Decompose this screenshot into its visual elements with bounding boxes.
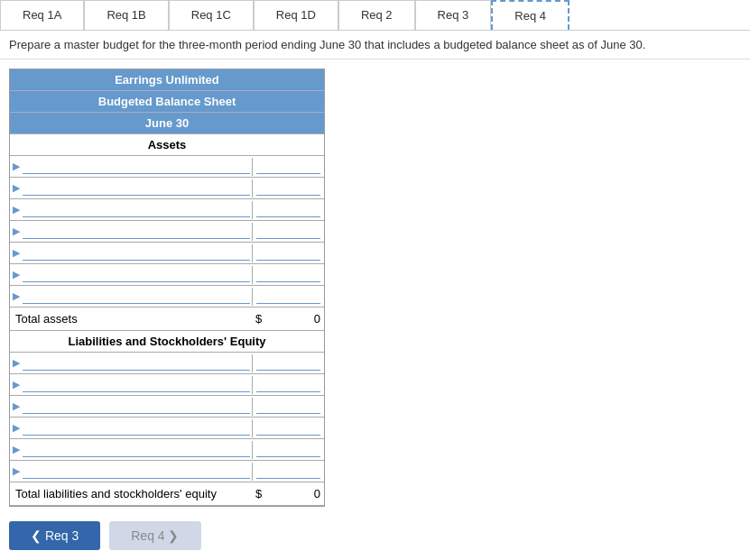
asset-label-input-3[interactable] — [23, 203, 250, 217]
asset-row-7: ▶ — [10, 286, 324, 308]
total-liabilities-amount: 0 — [264, 487, 320, 500]
asset-label-6[interactable] — [23, 265, 252, 285]
total-assets-row: Total assets $ 0 — [10, 308, 324, 331]
asset-label-input-5[interactable] — [23, 246, 250, 261]
liab-label-input-3[interactable] — [23, 399, 250, 414]
total-assets-value: $ 0 — [252, 310, 324, 327]
asset-row-1: ▶ — [10, 156, 324, 178]
liab-arrow-2: ▶ — [10, 379, 23, 390]
liab-label-input-4[interactable] — [23, 421, 250, 436]
liab-arrow-4: ▶ — [10, 422, 23, 434]
arrow-icon-6: ▶ — [10, 269, 23, 280]
asset-value-6[interactable] — [252, 266, 324, 284]
asset-value-2[interactable] — [252, 179, 324, 197]
asset-label-input-2[interactable] — [23, 181, 250, 196]
prev-button[interactable]: ❮ Req 3 — [9, 521, 100, 550]
arrow-icon-7: ▶ — [10, 290, 23, 302]
total-liabilities-label: Total liabilities and stockholders' equi… — [10, 484, 252, 503]
liab-label-2[interactable] — [23, 375, 252, 395]
asset-value-input-5[interactable] — [256, 246, 320, 261]
liab-value-1[interactable] — [252, 354, 324, 372]
asset-value-4[interactable] — [252, 223, 324, 241]
arrow-icon-2: ▶ — [10, 182, 23, 194]
liab-value-2[interactable] — [252, 376, 324, 394]
arrow-icon-3: ▶ — [10, 204, 23, 216]
arrow-icon-4: ▶ — [10, 225, 23, 237]
liab-value-input-6[interactable] — [256, 464, 320, 479]
asset-value-7[interactable] — [252, 288, 324, 306]
asset-label-5[interactable] — [23, 243, 252, 263]
asset-label-input-4[interactable] — [23, 225, 250, 239]
asset-label-7[interactable] — [23, 287, 252, 307]
liab-row-5: ▶ — [10, 439, 324, 461]
liab-value-3[interactable] — [252, 398, 324, 416]
asset-value-3[interactable] — [252, 201, 324, 219]
liab-value-input-1[interactable] — [256, 356, 320, 371]
liabilities-section-title: Liabilities and Stockholders' Equity — [10, 331, 324, 353]
total-liabilities-dollar: $ — [255, 487, 262, 500]
asset-label-input-6[interactable] — [23, 268, 250, 282]
liab-label-5[interactable] — [23, 440, 252, 460]
total-liabilities-value: $ 0 — [252, 485, 324, 502]
arrow-icon-5: ▶ — [10, 247, 23, 259]
tab-req1b[interactable]: Req 1B — [84, 0, 168, 30]
balance-sheet: Earrings Unlimited Budgeted Balance Shee… — [9, 69, 325, 507]
asset-label-4[interactable] — [23, 222, 252, 242]
nav-buttons: ❮ Req 3 Req 4 ❯ — [9, 521, 741, 550]
liab-value-input-2[interactable] — [256, 378, 320, 392]
asset-value-input-7[interactable] — [256, 289, 320, 304]
tab-req1d[interactable]: Req 1D — [254, 0, 338, 30]
asset-row-6: ▶ — [10, 264, 324, 286]
asset-value-input-1[interactable] — [256, 160, 320, 174]
asset-value-input-2[interactable] — [256, 181, 320, 196]
asset-value-input-6[interactable] — [256, 268, 320, 282]
asset-label-1[interactable] — [23, 157, 252, 177]
liab-label-input-5[interactable] — [23, 443, 250, 457]
instruction-text: Prepare a master budget for the three-mo… — [0, 31, 750, 60]
asset-value-input-3[interactable] — [256, 203, 320, 217]
liab-value-5[interactable] — [252, 441, 324, 459]
liab-row-1: ▶ — [10, 353, 324, 374]
asset-value-1[interactable] — [252, 158, 324, 176]
tabs-container: Req 1A Req 1B Req 1C Req 1D Req 2 Req 3 … — [0, 0, 750, 31]
asset-value-input-4[interactable] — [256, 225, 320, 239]
arrow-icon-1: ▶ — [10, 161, 23, 172]
liab-label-4[interactable] — [23, 418, 252, 438]
asset-value-5[interactable] — [252, 244, 324, 262]
next-button[interactable]: Req 4 ❯ — [109, 521, 200, 550]
asset-label-input-1[interactable] — [23, 160, 250, 174]
liab-label-input-6[interactable] — [23, 464, 250, 479]
liab-row-6: ▶ — [10, 461, 324, 482]
total-assets-label: Total assets — [10, 309, 252, 328]
liab-value-input-4[interactable] — [256, 421, 320, 436]
liab-label-6[interactable] — [23, 462, 252, 482]
liab-label-1[interactable] — [23, 353, 252, 373]
asset-row-5: ▶ — [10, 243, 324, 264]
tab-req4[interactable]: Req 4 — [491, 0, 569, 30]
liab-value-input-5[interactable] — [256, 443, 320, 457]
assets-section-title: Assets — [10, 134, 324, 156]
liab-value-4[interactable] — [252, 419, 324, 437]
tab-req1c[interactable]: Req 1C — [169, 0, 254, 30]
liab-value-input-3[interactable] — [256, 399, 320, 414]
tab-bar: Req 1A Req 1B Req 1C Req 1D Req 2 Req 3 … — [0, 0, 750, 31]
liab-label-input-2[interactable] — [23, 378, 250, 392]
asset-label-3[interactable] — [23, 200, 252, 220]
asset-row-3: ▶ — [10, 199, 324, 221]
tab-req1a[interactable]: Req 1A — [0, 0, 84, 30]
liab-label-input-1[interactable] — [23, 356, 250, 371]
liab-value-6[interactable] — [252, 463, 324, 481]
asset-label-input-7[interactable] — [23, 289, 250, 304]
asset-row-2: ▶ — [10, 178, 324, 199]
tab-req2[interactable]: Req 2 — [338, 0, 415, 30]
total-liabilities-row: Total liabilities and stockholders' equi… — [10, 482, 324, 506]
liab-arrow-5: ▶ — [10, 444, 23, 455]
liab-row-2: ▶ — [10, 374, 324, 396]
tab-req3[interactable]: Req 3 — [415, 0, 492, 30]
company-name: Earrings Unlimited — [10, 69, 324, 91]
liab-row-3: ▶ — [10, 396, 324, 418]
asset-row-4: ▶ — [10, 221, 324, 243]
sheet-title: Budgeted Balance Sheet — [10, 91, 324, 113]
liab-label-3[interactable] — [23, 397, 252, 417]
asset-label-2[interactable] — [23, 179, 252, 198]
